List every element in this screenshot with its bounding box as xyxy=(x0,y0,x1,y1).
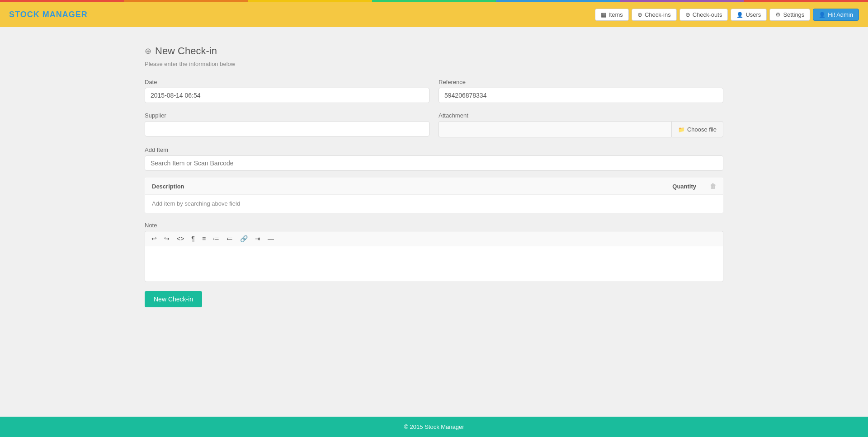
indent-button[interactable]: ⇥ xyxy=(253,234,262,243)
attachment-file-group: Choose file xyxy=(439,121,723,137)
supplier-group: Supplier xyxy=(145,112,429,137)
submit-label: New Check-in xyxy=(154,296,193,303)
attachment-group: Attachment Choose file xyxy=(439,112,723,137)
description-col-header: Description xyxy=(145,178,453,195)
admin-nav-label: Hi! Admin xyxy=(828,11,853,18)
choose-file-label: Choose file xyxy=(687,126,717,133)
footer-text: © 2015 Stock Manager xyxy=(404,423,464,430)
code-button[interactable]: <> xyxy=(175,234,186,243)
ordered-list-button[interactable]: ≔ xyxy=(225,234,235,243)
folder-icon xyxy=(678,126,685,133)
checkouts-nav-button[interactable]: Check-outs xyxy=(679,9,728,21)
items-icon xyxy=(601,11,606,18)
unordered-list-button[interactable]: ≔ xyxy=(211,234,221,243)
main-content: New Check-in Please enter the informatio… xyxy=(0,27,868,417)
quantity-col-header: Quantity xyxy=(453,178,703,195)
supplier-label: Supplier xyxy=(145,112,429,119)
checkins-nav-label: Check-ins xyxy=(645,11,671,18)
page-title: New Check-in xyxy=(155,45,217,57)
hr-button[interactable]: — xyxy=(266,234,276,243)
date-label: Date xyxy=(145,79,429,85)
supplier-attachment-row: Supplier Attachment Choose file xyxy=(145,112,723,137)
items-nav-button[interactable]: Items xyxy=(595,9,629,21)
paragraph-button[interactable]: ¶ xyxy=(189,234,197,243)
reference-group: Reference xyxy=(439,79,723,103)
redo-button[interactable]: ↪ xyxy=(162,234,171,243)
checkin-form: Date Reference Supplier Attachment xyxy=(145,79,723,307)
note-editor[interactable] xyxy=(145,246,723,282)
supplier-input[interactable] xyxy=(145,121,429,136)
admin-nav-button[interactable]: Hi! Admin xyxy=(813,9,859,21)
header: STOCK MANAGER Items Check-ins Check-outs… xyxy=(0,2,868,27)
checkout-icon xyxy=(685,11,690,18)
reference-label: Reference xyxy=(439,79,723,85)
page-subtitle: Please enter the information below xyxy=(145,61,723,67)
brand-title: STOCK MANAGER xyxy=(9,10,88,19)
date-group: Date xyxy=(145,79,429,103)
note-section: Note ↩ ↪ <> ¶ ≡ ≔ ≔ 🔗 ⇥ — xyxy=(145,222,723,282)
settings-nav-button[interactable]: Settings xyxy=(769,9,810,21)
date-input[interactable] xyxy=(145,88,429,103)
add-item-group: Add Item xyxy=(145,146,723,171)
checkouts-nav-label: Check-outs xyxy=(693,11,722,18)
choose-file-button[interactable]: Choose file xyxy=(671,121,723,137)
delete-icon xyxy=(710,183,716,190)
users-nav-label: Users xyxy=(745,11,761,18)
settings-icon xyxy=(775,11,781,18)
page-header: New Check-in xyxy=(145,45,723,57)
settings-nav-label: Settings xyxy=(783,11,804,18)
attachment-input[interactable] xyxy=(439,121,671,137)
table-body: Add item by searching above field xyxy=(145,195,723,213)
users-nav-button[interactable]: Users xyxy=(731,9,767,21)
checkin-icon xyxy=(637,11,642,18)
items-nav-label: Items xyxy=(609,11,623,18)
editor-toolbar: ↩ ↪ <> ¶ ≡ ≔ ≔ 🔗 ⇥ — xyxy=(145,231,723,246)
items-table: Description Quantity Add item by searchi… xyxy=(145,178,723,213)
new-checkin-icon xyxy=(145,46,151,56)
table-header: Description Quantity xyxy=(145,178,723,195)
table-empty-row: Add item by searching above field xyxy=(145,195,723,213)
date-reference-row: Date Reference xyxy=(145,79,723,103)
empty-message: Add item by searching above field xyxy=(145,195,723,213)
align-left-button[interactable]: ≡ xyxy=(200,234,208,243)
checkins-nav-button[interactable]: Check-ins xyxy=(632,9,677,21)
user-admin-icon xyxy=(819,11,826,18)
new-checkin-button[interactable]: New Check-in xyxy=(145,291,202,307)
item-search-input[interactable] xyxy=(145,155,723,171)
reference-input[interactable] xyxy=(439,88,723,103)
note-label: Note xyxy=(145,222,723,229)
delete-col-header xyxy=(703,178,723,195)
add-item-label: Add Item xyxy=(145,146,723,153)
attachment-label: Attachment xyxy=(439,112,723,119)
nav-buttons: Items Check-ins Check-outs Users Setting… xyxy=(595,9,859,21)
link-button[interactable]: 🔗 xyxy=(238,234,250,243)
undo-button[interactable]: ↩ xyxy=(150,234,159,243)
footer: © 2015 Stock Manager xyxy=(0,417,868,437)
users-icon xyxy=(736,11,743,18)
